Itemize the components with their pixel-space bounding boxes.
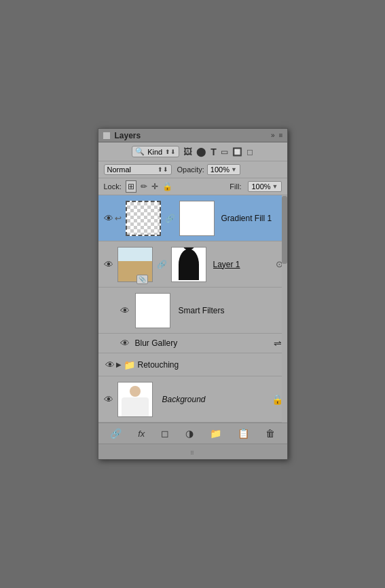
visibility-icon-smart-filters[interactable]: 👁	[119, 305, 131, 316]
layer-item-background[interactable]: 👁 Background 🔒	[98, 376, 287, 423]
scrollbar[interactable]	[282, 195, 287, 423]
new-folder-button[interactable]: 📁	[207, 427, 224, 440]
layers-list: 👁 ↩ 🔗 Gradient Fill 1 👁 🔗 Layer	[98, 195, 287, 423]
fx-button[interactable]: fx	[135, 427, 147, 440]
layer-item-layer1[interactable]: 👁 🔗 Layer 1 ⊙ 📎	[98, 241, 287, 288]
layer-item-smart-filters[interactable]: 👁 Smart Filters	[98, 288, 287, 334]
layer-name-blur-gallery: Blur Gallery	[135, 338, 178, 348]
visibility-icon-background[interactable]: 👁	[103, 394, 115, 405]
folder-icon-retouching: 📁	[124, 359, 135, 370]
opacity-arrow: ▼	[231, 166, 237, 173]
layer-name-gradient-fill: Gradient Fill 1	[221, 214, 283, 223]
image-filter-icon[interactable]: 🖼	[183, 146, 192, 157]
chain-icon-layer1[interactable]: 🔗	[157, 260, 167, 269]
blend-row: Normal ⬆⬇ Opacity: 100% ▼	[98, 161, 287, 178]
titlebar-left: Layers	[103, 131, 141, 140]
layer-item-gradient-fill-1[interactable]: 👁 ↩ 🔗 Gradient Fill 1	[98, 195, 287, 241]
scroll-thumb[interactable]	[282, 196, 287, 264]
panel-menu-icon[interactable]: ≡	[279, 132, 283, 139]
circle-filter-icon[interactable]: ⬤	[196, 146, 206, 157]
layer-name-retouching: Retouching	[138, 360, 282, 370]
kind-select[interactable]: 🔍 Kind ⬆⬇	[132, 146, 179, 157]
lock-row: Lock: ⊞ ✏ ✛ 🔒 Fill: 100% ▼	[98, 178, 287, 195]
lock-transparent-icon[interactable]: ⊞	[126, 180, 136, 193]
lock-all-icon[interactable]: 🔒	[162, 182, 172, 191]
panel-titlebar: Layers » ≡	[98, 129, 287, 142]
layer-thumb-gradient-fill	[126, 201, 161, 236]
kind-label: Kind	[147, 148, 162, 156]
visibility-icon-gradient-fill[interactable]: 👁	[103, 213, 115, 224]
layer-item-blur-gallery[interactable]: 👁 Blur Gallery ⇌	[98, 334, 287, 353]
smart-filter-icon[interactable]: ◻	[246, 147, 253, 157]
fill-input[interactable]: 100% ▼	[248, 181, 281, 192]
adjustment-button[interactable]: ◑	[183, 427, 196, 440]
fill-value: 100%	[251, 182, 270, 191]
lock-paintbrush-icon[interactable]: ✏	[141, 182, 147, 191]
layer-name-layer1: Layer 1	[213, 260, 276, 269]
adjust-icon-blur-gallery: ⇌	[274, 338, 282, 349]
panel-title: Layers	[115, 131, 141, 140]
delete-button[interactable]: 🗑	[263, 427, 278, 440]
opacity-label: Opacity:	[177, 165, 204, 174]
lock-label: Lock:	[104, 182, 122, 191]
opacity-value: 100%	[210, 165, 230, 174]
visibility-icon-blur-gallery[interactable]: 👁	[119, 338, 131, 349]
text-filter-icon[interactable]: T	[210, 146, 217, 157]
visibility-icon-layer1[interactable]: 👁	[103, 259, 115, 270]
lock-move-icon[interactable]: ✛	[151, 182, 158, 191]
layer-thumb-smart-filters	[135, 293, 170, 328]
link-button[interactable]: 🔗	[107, 427, 124, 440]
close-button[interactable]	[103, 132, 111, 140]
mask-button[interactable]: ◻	[158, 427, 172, 440]
shape-filter-icon[interactable]: ▭	[221, 147, 228, 157]
layer-thumb-background	[117, 382, 153, 417]
blend-mode-value: Normal	[107, 165, 155, 174]
double-arrow: »	[271, 132, 275, 139]
link-badge-layer1: 📎	[136, 275, 148, 284]
bottom-toolbar: 🔗 fx ◻ ◑ 📁 📋 🗑	[98, 423, 287, 444]
blend-mode-select[interactable]: Normal ⬆⬇	[104, 164, 172, 175]
kind-arrows: ⬆⬇	[165, 149, 176, 155]
chain-icon-gradient-fill[interactable]: 🔗	[165, 214, 175, 223]
filter-toolbar: 🔍 Kind ⬆⬇ 🖼 ⬤ T ▭ 🔲 ◻	[98, 142, 287, 161]
search-icon: 🔍	[135, 147, 145, 156]
layers-panel: Layers » ≡ 🔍 Kind ⬆⬇ 🖼 ⬤ T ▭ 🔲 ◻ Normal …	[98, 128, 288, 460]
expand-arrow-retouching[interactable]: ▶	[116, 361, 122, 368]
fill-label: Fill:	[230, 182, 241, 191]
layer-item-retouching[interactable]: 👁 ▶ 📁 Retouching	[98, 353, 287, 376]
grip-dots: ⠿	[190, 450, 196, 456]
fill-arrow: ▼	[272, 183, 278, 190]
opacity-input[interactable]: 100% ▼	[207, 164, 240, 175]
layer-mask-gradient-fill	[179, 201, 215, 236]
blend-arrows: ⬆⬇	[158, 166, 168, 173]
layer-mask-layer1	[171, 247, 206, 282]
layer-name-smart-filters: Smart Filters	[179, 306, 283, 315]
adjustment-filter-icon[interactable]: 🔲	[232, 147, 242, 157]
resize-grip: ⠿	[98, 444, 287, 459]
new-layer-button[interactable]: 📋	[235, 427, 252, 440]
back-arrow-icon: ↩	[115, 214, 122, 223]
layer-name-background: Background	[162, 395, 272, 404]
visibility-icon-retouching[interactable]: 👁	[104, 359, 116, 370]
